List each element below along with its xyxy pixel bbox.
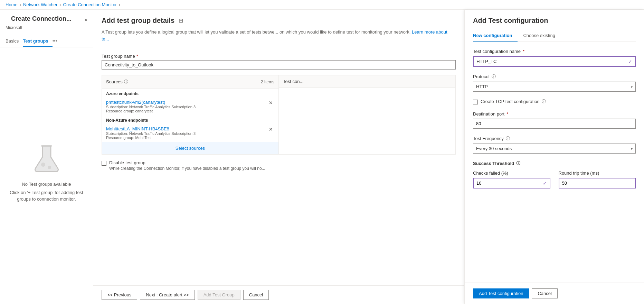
right-panel-tabs: New configuration Choose existing [473,30,636,42]
success-threshold-info-icon[interactable]: ⓘ [516,160,520,166]
non-azure-endpoint-subscription: Subscription: Network Traffic Analytics … [106,131,267,136]
destination-port-input[interactable] [473,119,636,129]
tcp-checkbox-row: Create TCP test configuration ⓘ [473,99,636,104]
add-test-configuration-button[interactable]: Add Test configuration [473,288,529,298]
threshold-fields: Checks failed (%) ✓ Round trip time (ms) [473,171,636,195]
right-panel-title: Add Test configuration [473,17,636,25]
azure-endpoint-item: pmtestchunk-vm2(canarytest) Subscription… [102,98,278,115]
disable-group-desc: While creating the Connection Monitor, i… [109,166,265,171]
breadcrumb: Home › Network Watcher › Create Connecti… [0,0,644,10]
checks-checkmark-icon: ✓ [543,181,550,186]
print-icon[interactable]: ⊟ [179,17,183,24]
non-azure-endpoint-remove[interactable]: ✕ [267,126,274,132]
tcp-info-icon[interactable]: ⓘ [542,99,546,104]
destination-port-group: Destination port * [473,111,636,129]
tcp-checkbox-label: Create TCP test configuration ⓘ [481,99,546,104]
sidebar-subtitle: Microsoft [0,25,93,36]
tcp-checkbox[interactable] [473,100,478,104]
panel-footer: << Previous Next : Create alert >> Add T… [93,285,464,304]
disable-group-row: Disable test group While creating the Co… [102,155,456,174]
flask-icon [33,143,60,175]
protocol-group: Protocol ⓘ HTTP TCP ICMP ▾ [473,74,636,92]
round-trip-label: Round trip time (ms) [559,171,636,176]
non-azure-endpoint-rg: Resource group: MohitTest [106,136,267,140]
success-threshold-title: Success Threshold ⓘ [473,160,636,166]
svg-point-1 [41,163,45,167]
checks-failed-input[interactable] [474,178,543,188]
breadcrumb-home[interactable]: Home [6,2,18,7]
sources-info-icon[interactable]: ⓘ [124,79,128,85]
disable-group-label: Disable test group [109,160,265,165]
test-frequency-select[interactable]: Every 30 seconds Every 1 minute Every 5 … [473,144,635,153]
disable-group-checkbox[interactable] [102,161,106,166]
test-config-name-group: Test configuration name * ✓ [473,49,636,67]
destination-port-label: Destination port * [473,111,636,117]
sources-column: Sources ⓘ 2 Items Azure endpoints pmtest… [102,75,279,154]
sources-testconf-columns: Sources ⓘ 2 Items Azure endpoints pmtest… [102,75,456,155]
breadcrumb-network-watcher[interactable]: Network Watcher [23,2,57,7]
sources-count: 2 Items [261,80,274,84]
protocol-dropdown[interactable]: HTTP TCP ICMP ▾ [473,82,636,92]
protocol-select[interactable]: HTTP TCP ICMP [473,82,635,91]
test-conf-col-header: Test con... [279,75,455,88]
test-conf-label: Test con... [283,79,303,84]
add-test-group-button[interactable]: Add Test Group [198,290,240,300]
test-group-name-row: Test group name * [102,54,456,70]
collapse-icon[interactable]: « [85,17,87,22]
sidebar-title: Create Connection... [6,15,77,24]
right-panel-body: Test configuration name * ✓ Protocol ⓘ H… [465,42,644,283]
non-azure-endpoint-name[interactable]: MohittestLA_MININT-HB4SBE8 [106,126,267,131]
protocol-info-icon[interactable]: ⓘ [492,74,496,80]
sources-label: Sources ⓘ [106,79,128,85]
sidebar: Create Connection... « Microsoft Basics … [0,10,93,304]
success-threshold-section: Success Threshold ⓘ Checks failed (%) ✓ … [473,160,636,195]
panel-header: Add test group details ⊟ [93,10,464,29]
azure-endpoint-subscription: Subscription: Network Traffic Analytics … [106,105,267,109]
select-sources-button[interactable]: Select sources [102,142,278,154]
cancel-button[interactable]: Cancel [243,290,269,300]
right-panel: Add Test configuration New configuration… [464,10,644,304]
sidebar-item-test-groups[interactable]: Test groups [23,36,52,47]
next-button[interactable]: Next : Create alert >> [140,290,195,300]
tab-choose-existing[interactable]: Choose existing [523,30,561,42]
azure-endpoint-remove[interactable]: ✕ [267,100,274,106]
right-panel-footer: Add Test configuration Cancel [465,283,644,304]
azure-endpoints-label: Azure endpoints [102,89,278,98]
checks-failed-field: ✓ [473,178,550,188]
sources-col-header: Sources ⓘ 2 Items [102,75,278,89]
test-frequency-group: Test Frequency ⓘ Every 30 seconds Every … [473,136,636,154]
svg-point-2 [48,166,51,169]
panel-body: Test group name * Sources ⓘ 2 Items Azur… [93,48,464,285]
breadcrumb-create-connection-monitor[interactable]: Create Connection Monitor [63,2,117,7]
test-group-name-label: Test group name * [102,54,456,59]
non-azure-endpoint-item: MohittestLA_MININT-HB4SBE8 Subscription:… [102,124,278,142]
checks-failed-label: Checks failed (%) [473,171,550,176]
azure-endpoint-name[interactable]: pmtestchunk-vm2(canarytest) [106,100,267,105]
non-azure-endpoints-label: Non-Azure endpoints [102,115,278,124]
test-conf-column: Test con... [279,75,455,154]
checks-failed-group: Checks failed (%) ✓ [473,171,550,188]
tab-new-configuration[interactable]: New configuration [473,30,518,42]
right-panel-header: Add Test configuration New configuration… [465,10,644,42]
round-trip-field [559,178,636,188]
test-group-name-input[interactable] [102,60,456,70]
test-frequency-dropdown[interactable]: Every 30 seconds Every 1 minute Every 5 … [473,144,636,154]
sidebar-nav: Basics Test groups ••• [0,36,93,47]
panel-title: Add test group details [102,17,174,25]
test-config-name-label: Test configuration name * [473,49,636,54]
test-config-name-input[interactable] [474,57,628,66]
azure-endpoint-rg: Resource group: canarytest [106,109,267,113]
protocol-label: Protocol ⓘ [473,74,636,80]
frequency-info-icon[interactable]: ⓘ [506,136,510,141]
round-trip-input[interactable] [559,178,635,188]
sidebar-more-icon[interactable]: ••• [53,36,57,47]
sidebar-empty-state: No Test groups available Click on '+ Tes… [0,47,93,298]
round-trip-group: Round trip time (ms) [559,171,636,188]
checkmark-icon: ✓ [628,59,635,64]
sidebar-item-basics[interactable]: Basics [6,36,23,47]
test-frequency-label: Test Frequency ⓘ [473,136,636,141]
previous-button[interactable]: << Previous [102,290,137,300]
sidebar-empty-text: No Test groups available Click on '+ Tes… [7,181,86,203]
middle-panel: Add test group details ⊟ A Test group le… [93,10,464,304]
right-panel-cancel-button[interactable]: Cancel [532,288,557,298]
